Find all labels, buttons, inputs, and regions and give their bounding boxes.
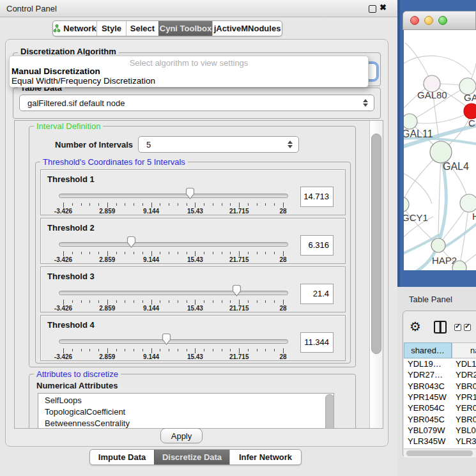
minimize-traffic-light-icon[interactable] (424, 16, 433, 25)
cell-shared-name: YBR045C (408, 415, 445, 424)
tab-infer-network[interactable]: Infer Network (229, 450, 301, 464)
table-row[interactable]: YBR043CYBR0 (404, 381, 476, 392)
network-view-canvas[interactable]: GAL80GACGAL11GAL4GCY1HHAP2 (404, 30, 476, 270)
threshold-value-input[interactable]: 11.344 (300, 332, 334, 353)
network-edge-thick[interactable] (442, 222, 476, 249)
close-icon[interactable]: ✖ (380, 3, 387, 12)
option-manual-discretization[interactable]: Manual Discretization (12, 66, 100, 76)
table-panel-title: Table Panel (409, 295, 452, 304)
slider-tick (195, 348, 196, 353)
slider-tick (134, 349, 134, 351)
slider-tick (160, 300, 160, 303)
attributes-list-scrollbar[interactable] (325, 394, 334, 429)
tab-style[interactable]: Style (96, 21, 126, 36)
network-node[interactable] (404, 197, 409, 212)
slider-track[interactable] (59, 291, 288, 295)
table-row[interactable]: YBL079WYBL0 (404, 425, 476, 436)
threshold-value-input[interactable]: 14.713 (300, 187, 334, 207)
checkbox-icon[interactable] (464, 324, 471, 331)
table-data-combobox[interactable]: galFiltered.sif default node (19, 95, 374, 111)
network-node[interactable] (430, 141, 452, 163)
threshold-value-input[interactable]: 21.4 (300, 284, 334, 304)
slider-thumb[interactable] (185, 187, 195, 200)
tab-jactivemnodules-label: jActiveMNodules (214, 24, 281, 33)
close-traffic-light-icon[interactable] (410, 16, 419, 25)
slider-tick-label: -3.426 (54, 256, 72, 263)
slider-tick (134, 203, 134, 206)
slider-tick (239, 203, 240, 208)
network-node[interactable] (404, 114, 417, 129)
panel-scrollbar-track[interactable] (369, 121, 383, 428)
network-node[interactable] (431, 238, 445, 252)
slider-thumb[interactable] (127, 236, 136, 249)
network-node[interactable] (460, 194, 476, 212)
network-node[interactable] (464, 104, 476, 119)
option-equal-width-frequency[interactable]: Equal Width/Frequency Discretization (12, 76, 155, 86)
attribute-item[interactable]: SelfLoops (45, 395, 82, 405)
slider-tick (274, 349, 275, 351)
slider-tick (178, 203, 178, 206)
attribute-item[interactable]: TopologicalCoefficient (45, 407, 125, 417)
table-row[interactable]: YDL19…YDL1 (404, 358, 476, 369)
network-edge-thick[interactable] (414, 152, 446, 270)
network-edge[interactable] (410, 111, 472, 123)
table-row[interactable]: YBR045CYBR0 (404, 414, 476, 425)
float-window-icon[interactable] (369, 5, 376, 13)
network-node-label: H (472, 211, 476, 222)
column-layout-icon[interactable] (434, 321, 447, 334)
number-of-intervals-combobox[interactable]: 5 (138, 136, 299, 153)
slider-track[interactable] (59, 339, 288, 344)
slider-tick-label: 28 (279, 256, 286, 263)
slider-tick (81, 252, 82, 254)
table-hscrollbar-track[interactable] (404, 449, 476, 457)
slider-thumb[interactable] (162, 333, 171, 346)
table-data-selected: galFiltered.sif default node (27, 98, 125, 108)
tab-impute-data[interactable]: Impute Data (90, 450, 154, 464)
slider-track[interactable] (59, 242, 288, 247)
column-header-name[interactable]: na (452, 342, 476, 358)
zoom-traffic-light-icon[interactable] (438, 16, 447, 25)
attribute-item[interactable]: BetweennessCentrality (45, 418, 130, 428)
cell-name: YER0 (456, 403, 476, 413)
table-row[interactable]: YLR345WYLR3 (404, 436, 476, 447)
slider-tick (248, 252, 249, 254)
slider-tick (151, 300, 152, 305)
network-node-label: GA (464, 92, 476, 103)
slider-tick (72, 203, 73, 206)
slider-tick (265, 300, 266, 303)
tab-jactivemnodules[interactable]: jActiveMNodules (212, 21, 282, 36)
slider-tick (151, 251, 152, 256)
tab-network[interactable]: Network (53, 21, 96, 36)
tab-select[interactable]: Select (126, 21, 158, 36)
cell-shared-name: YLR345W (408, 436, 445, 446)
table-row[interactable]: YDR27…YDR2 (404, 369, 476, 380)
slider-tick (204, 252, 204, 254)
network-edge[interactable] (404, 56, 472, 75)
table-row[interactable]: YER054CYER0 (404, 403, 476, 413)
checkbox-icon[interactable] (454, 324, 461, 331)
slider-tick (222, 349, 222, 351)
cyni-mode-tabs: Impute Data Discretize Data Infer Networ… (89, 449, 302, 465)
slider-tick (230, 252, 231, 254)
slider-tick (98, 300, 99, 303)
apply-button[interactable]: Apply (160, 428, 203, 443)
threshold-label: Threshold 2 (47, 223, 95, 233)
slider-tick (63, 300, 64, 305)
slider-tick (72, 300, 73, 303)
slider-tick (257, 349, 257, 351)
slider-track[interactable] (59, 194, 288, 198)
table-row[interactable]: YPR145WYPR1 (404, 392, 476, 403)
table-hscrollbar-thumb[interactable] (406, 450, 473, 456)
cell-shared-name: YDR27… (408, 370, 443, 380)
tab-discretize-data[interactable]: Discretize Data (154, 450, 229, 464)
slider-tick (257, 252, 257, 254)
gear-icon[interactable]: ⚙ (410, 319, 421, 334)
slider-tick (160, 203, 160, 206)
panel-scrollbar-thumb[interactable] (371, 134, 381, 354)
slider-tick (274, 252, 275, 254)
slider-thumb[interactable] (232, 284, 242, 297)
network-node-label: GAL11 (404, 128, 433, 139)
threshold-value-input[interactable]: 6.316 (300, 235, 334, 256)
tab-cyni-toolbox[interactable]: Cyni Toolbox (158, 21, 212, 36)
column-header-shared-name[interactable]: shared… (404, 342, 452, 358)
